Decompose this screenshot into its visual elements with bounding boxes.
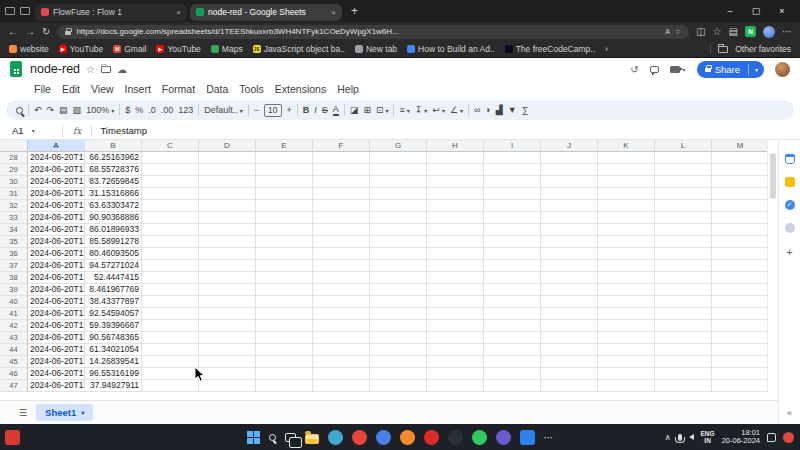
cell-A39[interactable]: 2024-06-20T12:2 [28, 284, 85, 296]
sheet-tab-active[interactable]: Sheet1 ▾ [36, 404, 93, 421]
cell-E29[interactable] [256, 164, 313, 176]
column-header-I[interactable]: I [484, 140, 541, 152]
taskbar-search-icon[interactable] [269, 434, 276, 441]
font-family[interactable]: Default..▾ [204, 105, 243, 115]
volume-icon[interactable] [689, 434, 694, 440]
row-header-40[interactable]: 40 [0, 296, 28, 308]
cell-L36[interactable] [655, 248, 712, 260]
cell-D47[interactable] [199, 380, 256, 392]
address-bar[interactable]: https://docs.google.com/spreadsheets/d/1… [57, 25, 689, 39]
bold-icon[interactable]: B [303, 105, 310, 115]
cell-H32[interactable] [427, 200, 484, 212]
cell-B29[interactable]: 68.55728376 [85, 164, 142, 176]
cell-I34[interactable] [484, 224, 541, 236]
cell-F44[interactable] [313, 344, 370, 356]
cell-E28[interactable] [256, 152, 313, 164]
menu-help[interactable]: Help [337, 83, 359, 95]
bookmark-item[interactable]: ▶YouTube [59, 44, 103, 54]
cell-L41[interactable] [655, 308, 712, 320]
cell-J29[interactable] [541, 164, 598, 176]
cell-F29[interactable] [313, 164, 370, 176]
cell-E46[interactable] [256, 368, 313, 380]
cell-K34[interactable] [598, 224, 655, 236]
row-header-47[interactable]: 47 [0, 380, 28, 392]
zoom[interactable]: 100%▾ [86, 105, 114, 115]
whatsapp-icon[interactable] [472, 430, 487, 445]
microphone-icon[interactable] [678, 434, 682, 441]
cell-I43[interactable] [484, 332, 541, 344]
cell-D30[interactable] [199, 176, 256, 188]
cell-J46[interactable] [541, 368, 598, 380]
cell-D43[interactable] [199, 332, 256, 344]
cell-E36[interactable] [256, 248, 313, 260]
split-screen-icon[interactable]: ◫ [696, 26, 705, 37]
cell-L34[interactable] [655, 224, 712, 236]
menu-data[interactable]: Data [206, 83, 228, 95]
cell-K30[interactable] [598, 176, 655, 188]
cell-L33[interactable] [655, 212, 712, 224]
cell-D28[interactable] [199, 152, 256, 164]
cell-J41[interactable] [541, 308, 598, 320]
cell-E41[interactable] [256, 308, 313, 320]
cell-K37[interactable] [598, 260, 655, 272]
cell-E30[interactable] [256, 176, 313, 188]
cell-G33[interactable] [370, 212, 427, 224]
cell-I47[interactable] [484, 380, 541, 392]
corner-app-icon[interactable] [5, 430, 20, 445]
cell-G42[interactable] [370, 320, 427, 332]
format-as-currency-icon[interactable]: $ [125, 105, 130, 115]
cell-G45[interactable] [370, 356, 427, 368]
insert-link-icon[interactable]: ∞ [474, 105, 480, 115]
cell-M37[interactable] [712, 260, 769, 272]
cell-H44[interactable] [427, 344, 484, 356]
cell-B35[interactable]: 85.58991278 [85, 236, 142, 248]
menu-tools[interactable]: Tools [239, 83, 264, 95]
cell-J28[interactable] [541, 152, 598, 164]
cell-D36[interactable] [199, 248, 256, 260]
column-header-G[interactable]: G [370, 140, 427, 152]
cell-E45[interactable] [256, 356, 313, 368]
bookmark-item[interactable]: How to Build an Ad.. [407, 44, 495, 54]
row-header-42[interactable]: 42 [0, 320, 28, 332]
cell-K41[interactable] [598, 308, 655, 320]
cell-I44[interactable] [484, 344, 541, 356]
cell-M42[interactable] [712, 320, 769, 332]
row-header-28[interactable]: 28 [0, 152, 28, 164]
browser-tab[interactable]: FlowFuse : Flow 1× [35, 4, 187, 21]
cell-M29[interactable] [712, 164, 769, 176]
cell-C35[interactable] [142, 236, 199, 248]
get-addons-icon[interactable]: + [786, 246, 792, 258]
cell-C47[interactable] [142, 380, 199, 392]
cell-A32[interactable]: 2024-06-20T12:2 [28, 200, 85, 212]
cell-H38[interactable] [427, 272, 484, 284]
menus-search-icon[interactable] [16, 107, 23, 114]
cell-J31[interactable] [541, 188, 598, 200]
cell-K40[interactable] [598, 296, 655, 308]
collapse-side-panel-icon[interactable]: « [787, 408, 792, 418]
cell-M33[interactable] [712, 212, 769, 224]
workspace-icon[interactable] [5, 7, 15, 15]
cell-D42[interactable] [199, 320, 256, 332]
cell-A29[interactable]: 2024-06-20T12:2 [28, 164, 85, 176]
meet-button[interactable]: ▾ [670, 66, 686, 73]
menu-edit[interactable]: Edit [62, 83, 80, 95]
cell-C34[interactable] [142, 224, 199, 236]
cell-I40[interactable] [484, 296, 541, 308]
cell-I39[interactable] [484, 284, 541, 296]
back-button[interactable]: ← [8, 26, 18, 37]
cell-E34[interactable] [256, 224, 313, 236]
cell-I28[interactable] [484, 152, 541, 164]
cell-G43[interactable] [370, 332, 427, 344]
cell-A40[interactable]: 2024-06-20T12:2 [28, 296, 85, 308]
start-button-icon[interactable] [247, 431, 260, 444]
cell-A30[interactable]: 2024-06-20T12:2 [28, 176, 85, 188]
print-icon[interactable]: ▤ [59, 105, 68, 115]
cell-M39[interactable] [712, 284, 769, 296]
cell-D46[interactable] [199, 368, 256, 380]
collections-icon[interactable]: ▤ [729, 26, 738, 37]
column-header-F[interactable]: F [313, 140, 370, 152]
cell-I41[interactable] [484, 308, 541, 320]
cell-K47[interactable] [598, 380, 655, 392]
cell-L47[interactable] [655, 380, 712, 392]
cell-G30[interactable] [370, 176, 427, 188]
